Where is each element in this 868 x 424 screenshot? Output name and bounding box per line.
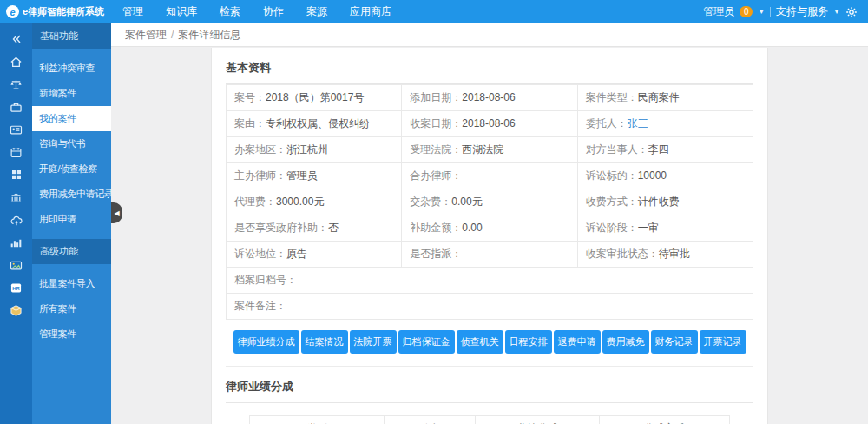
info-label: 是否享受政府补助：: [234, 222, 328, 234]
app-title: e律师智能律所系统: [23, 5, 104, 18]
menu-item[interactable]: 应用商店: [339, 0, 403, 23]
sidebar-item[interactable]: 我的案件: [32, 106, 111, 131]
info-cell: 收案审批状态：待审批: [577, 242, 753, 268]
action-button[interactable]: 开票记录: [700, 330, 746, 354]
performance-header-cell: 姓名: [384, 416, 475, 424]
menu-item[interactable]: 管理: [111, 0, 155, 23]
sidebar-item[interactable]: 利益冲突审查: [32, 56, 111, 81]
info-value: 待审批: [659, 248, 690, 260]
sidebar-item[interactable]: 新增案件: [32, 81, 111, 106]
home-icon[interactable]: [0, 50, 32, 73]
action-button[interactable]: 律师业绩分成: [233, 330, 299, 354]
performance-section: 律师业绩分成 类型姓名业绩分成分成方式 团队负责人管理员100%百分比: [226, 366, 753, 424]
bank-icon[interactable]: [0, 186, 32, 209]
info-row: 案件备注：: [227, 294, 753, 320]
sidebar-item[interactable]: 管理案件: [32, 321, 111, 347]
info-label: 代理费：: [234, 195, 276, 208]
basic-info-title: 基本资料: [226, 60, 753, 84]
sidebar-section-header: 基础功能: [32, 23, 111, 49]
menu-item[interactable]: 案源: [295, 0, 339, 23]
gear-icon[interactable]: [845, 6, 858, 18]
info-cell: 诉讼阶段：一审: [577, 215, 753, 242]
performance-table: 类型姓名业绩分成分成方式 团队负责人管理员100%百分比: [249, 415, 729, 424]
info-label: 是否指派：: [410, 248, 462, 260]
sidebar-item[interactable]: 开庭/侦查检察: [32, 156, 111, 182]
action-button[interactable]: 归档保证金: [398, 330, 455, 354]
info-value: 10000: [638, 169, 667, 182]
topbar-right: 管理员 0 ▼ 支持与服务 ▼: [703, 4, 868, 19]
bar-chart-icon[interactable]: [0, 231, 32, 254]
info-value: 管理员: [286, 169, 318, 182]
performance-header-cell: 业绩分成: [475, 416, 600, 424]
sidebar-nav: 基础功能利益冲突审查新增案件我的案件咨询与代书开庭/侦查检察费用减免申请记录用印…: [32, 23, 111, 354]
app-logo: e e律师智能律所系统: [0, 5, 111, 18]
info-label: 档案归档号：: [234, 274, 297, 286]
info-label: 案号：: [234, 91, 266, 103]
info-cell: 诉讼标的：10000: [577, 163, 753, 189]
sidebar-item[interactable]: 所有案件: [32, 296, 111, 321]
sidebar-item[interactable]: 用印申请: [32, 207, 111, 232]
info-cell: 诉讼地位：原告: [227, 242, 402, 268]
info-value: 0.00元: [451, 195, 482, 208]
action-button[interactable]: 侦查机关: [457, 330, 503, 354]
menu-item[interactable]: 知识库: [155, 0, 208, 23]
calendar-icon[interactable]: [0, 141, 32, 163]
info-value: 2018（民）第0017号: [266, 91, 364, 103]
collapse-icon[interactable]: [0, 28, 32, 50]
info-value: 西湖法院: [462, 143, 503, 156]
info-row: 诉讼地位：原告是否指派：收案审批状态：待审批: [227, 242, 753, 268]
info-cell: 是否指派：: [402, 242, 577, 268]
icon-strip: HR: [0, 23, 32, 424]
action-button[interactable]: 退费申请: [554, 330, 601, 354]
cloud-upload-icon[interactable]: [0, 209, 32, 231]
info-label: 案件备注：: [234, 300, 286, 312]
sidebar: 基础功能利益冲突审查新增案件我的案件咨询与代书开庭/侦查检察费用减免申请记录用印…: [32, 23, 111, 424]
notification-badge: 0: [740, 6, 753, 17]
info-cell: 办案地区：浙江杭州: [227, 137, 402, 163]
menu-item[interactable]: 协作: [252, 0, 295, 23]
basic-info-body: 案号：2018（民）第0017号添加日期：2018-08-06案件类型：民商案件…: [227, 85, 753, 320]
grid-icon[interactable]: [0, 163, 32, 186]
info-label: 交杂费：: [410, 195, 451, 208]
sidebar-section-items: 批量案件导入所有案件管理案件: [32, 264, 111, 354]
info-row: 办案地区：浙江杭州受理法院：西湖法院对方当事人：李四: [227, 137, 753, 163]
action-button[interactable]: 日程安排: [505, 330, 552, 354]
info-value: 一审: [638, 222, 659, 234]
hr-badge-icon[interactable]: HR: [0, 276, 32, 299]
scales-icon[interactable]: [0, 73, 32, 96]
support-menu-label[interactable]: 支持与服务: [776, 4, 828, 19]
basic-info-table: 案号：2018（民）第0017号添加日期：2018-08-06案件类型：民商案件…: [226, 84, 753, 320]
breadcrumb-separator: /: [171, 29, 174, 41]
action-button[interactable]: 费用减免: [602, 330, 649, 354]
sidebar-item[interactable]: 批量案件导入: [32, 271, 111, 296]
info-value: 李四: [648, 143, 669, 156]
user-menu-label[interactable]: 管理员: [703, 4, 734, 19]
info-cell: 收费方式：计件收费: [577, 189, 753, 215]
action-button[interactable]: 法院开票: [350, 330, 397, 354]
briefcase-icon[interactable]: [0, 96, 32, 118]
performance-header-cell: 分成方式: [600, 416, 729, 424]
info-label: 受理法院：: [410, 143, 462, 156]
info-cell: 交杂费：0.00元: [402, 189, 577, 215]
info-row: 是否享受政府补助：否补助金额：0.00诉讼阶段：一审: [227, 215, 753, 242]
id-card-icon[interactable]: [0, 118, 32, 141]
breadcrumb-section[interactable]: 案件管理: [125, 29, 167, 41]
info-label: 收费方式：: [586, 195, 638, 208]
info-label: 对方当事人：: [586, 143, 648, 156]
action-button[interactable]: 结案情况: [301, 330, 348, 354]
info-row: 案由：专利权权属、侵权纠纷收案日期：2018-08-06委托人：张三: [227, 111, 753, 137]
info-label: 收案日期：: [410, 117, 462, 129]
info-value: 浙江杭州: [286, 143, 328, 156]
action-button[interactable]: 财务记录: [651, 330, 698, 354]
info-row: 主办律师：管理员合办律师：诉讼标的：10000: [227, 163, 753, 189]
info-row: 档案归档号：: [227, 268, 753, 294]
breadcrumb-page: 案件详细信息: [178, 29, 240, 41]
sidebar-item[interactable]: 咨询与代书: [32, 131, 111, 156]
client-link[interactable]: 张三: [628, 117, 648, 129]
sidebar-item[interactable]: 费用减免申请记录: [32, 182, 111, 207]
info-label: 合办律师：: [410, 169, 462, 182]
image-icon[interactable]: [0, 254, 32, 276]
menu-item[interactable]: 检索: [208, 0, 252, 23]
box-icon[interactable]: [0, 299, 32, 321]
info-cell: 受理法院：西湖法院: [402, 137, 577, 163]
